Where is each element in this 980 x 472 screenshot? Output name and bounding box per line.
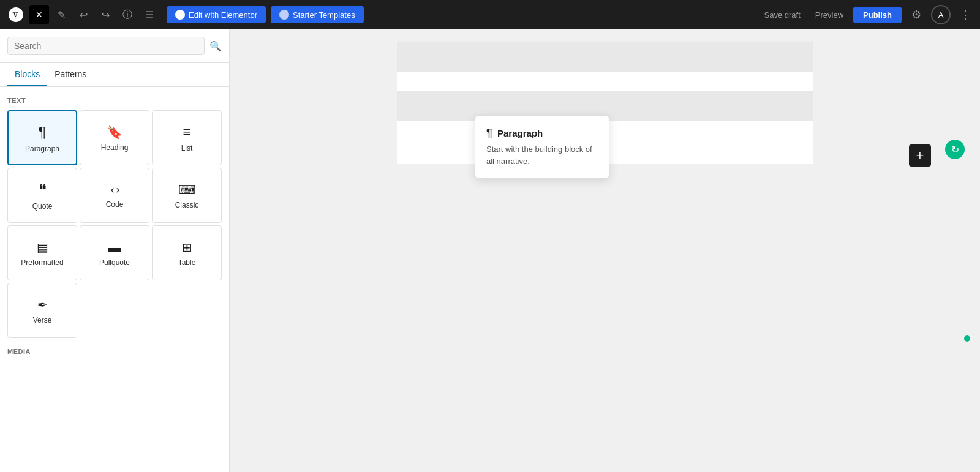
block-item-table[interactable]: ⊞ Table xyxy=(152,225,222,280)
paragraph-icon: ¶ xyxy=(39,125,47,140)
block-item-verse[interactable]: ✒ Verse xyxy=(7,283,77,338)
search-icon[interactable]: 🔍 xyxy=(209,40,222,52)
block-item-code[interactable]: ‹› Code xyxy=(80,168,149,223)
close-icon: ✕ xyxy=(36,10,43,20)
redo-button[interactable]: ↪ xyxy=(96,5,115,24)
canvas: ¶ Paragraph Start with the building bloc… xyxy=(230,29,980,472)
search-bar: 🔍 xyxy=(0,29,229,63)
quote-icon: ❝ xyxy=(39,182,47,197)
close-button[interactable]: ✕ xyxy=(29,5,49,24)
main-layout: 🔍 Blocks Patterns TEXT ¶ Paragraph 🔖 Hea… xyxy=(0,29,980,472)
quote-label: Quote xyxy=(32,202,53,211)
save-draft-button[interactable]: Save draft xyxy=(760,8,805,22)
menu-button[interactable]: ☰ xyxy=(140,5,159,24)
block-list: TEXT ¶ Paragraph 🔖 Heading ≡ List ❝ Quot… xyxy=(0,87,229,472)
avatar-label: A xyxy=(938,10,944,20)
sidebar: 🔍 Blocks Patterns TEXT ¶ Paragraph 🔖 Hea… xyxy=(0,29,230,472)
blocks-grid: ¶ Paragraph 🔖 Heading ≡ List ❝ Quote ‹› xyxy=(7,110,222,338)
publish-button[interactable]: Publish xyxy=(853,7,902,23)
redo-icon: ↪ xyxy=(102,9,110,21)
starter-templates-button[interactable]: Starter Templates xyxy=(271,6,364,23)
gear-icon: ⚙ xyxy=(911,8,921,21)
list-label: List xyxy=(181,144,193,152)
media-section-label: MEDIA xyxy=(7,348,222,355)
verse-icon: ✒ xyxy=(37,299,48,311)
refresh-circle[interactable]: ↻ xyxy=(945,140,965,159)
refresh-icon: ↻ xyxy=(951,144,959,155)
add-block-button[interactable]: + xyxy=(909,144,931,167)
tooltip-description: Start with the building block of all nar… xyxy=(486,143,598,167)
settings-button[interactable]: ⚙ xyxy=(907,5,926,24)
pullquote-icon: ▬ xyxy=(108,241,121,253)
undo-icon: ↩ xyxy=(80,9,88,21)
menu-icon: ☰ xyxy=(145,9,154,21)
edit-elementor-button[interactable]: Edit with Elementor xyxy=(167,6,266,23)
table-icon: ⊞ xyxy=(182,241,192,253)
pencil-button[interactable]: ✎ xyxy=(51,5,71,24)
tooltip-title: ¶ Paragraph xyxy=(486,127,598,140)
list-icon: ≡ xyxy=(183,125,191,139)
classic-icon: ⌨ xyxy=(178,184,196,196)
tabs: Blocks Patterns xyxy=(0,63,229,87)
starter-templates-label: Starter Templates xyxy=(293,10,355,20)
more-icon: ⋮ xyxy=(960,8,971,21)
block-item-quote[interactable]: ❝ Quote xyxy=(7,168,77,223)
search-input[interactable] xyxy=(7,37,205,55)
info-icon: ⓘ xyxy=(123,9,132,21)
heading-label: Heading xyxy=(101,143,129,152)
undo-button[interactable]: ↩ xyxy=(74,5,93,24)
block-tooltip: ¶ Paragraph Start with the building bloc… xyxy=(475,115,609,179)
tooltip-icon: ¶ xyxy=(486,127,492,140)
block-item-list[interactable]: ≡ List xyxy=(152,110,222,165)
canvas-block-2 xyxy=(397,72,813,91)
paragraph-label: Paragraph xyxy=(25,144,59,153)
block-item-heading[interactable]: 🔖 Heading xyxy=(80,110,149,165)
starter-templates-icon xyxy=(279,10,289,20)
tab-blocks[interactable]: Blocks xyxy=(7,63,47,86)
verse-label: Verse xyxy=(33,316,52,324)
add-icon: + xyxy=(916,148,924,163)
block-item-classic[interactable]: ⌨ Classic xyxy=(152,168,222,223)
status-dot xyxy=(964,335,970,342)
elementor-icon xyxy=(175,10,185,20)
table-label: Table xyxy=(178,258,196,267)
pullquote-label: Pullquote xyxy=(99,258,130,267)
preformatted-icon: ▤ xyxy=(37,241,48,253)
block-item-preformatted[interactable]: ▤ Preformatted xyxy=(7,225,77,280)
preformatted-label: Preformatted xyxy=(21,258,63,267)
canvas-block-1 xyxy=(397,42,813,72)
wp-logo[interactable] xyxy=(5,4,27,26)
tooltip-title-text: Paragraph xyxy=(497,128,543,138)
tab-patterns[interactable]: Patterns xyxy=(47,63,94,86)
classic-label: Classic xyxy=(175,201,199,209)
info-button[interactable]: ⓘ xyxy=(118,5,137,24)
code-label: Code xyxy=(106,200,124,209)
text-section-label: TEXT xyxy=(7,97,222,104)
preview-button[interactable]: Preview xyxy=(810,8,848,22)
code-icon: ‹› xyxy=(109,184,120,195)
avatar[interactable]: A xyxy=(931,5,951,24)
more-options-button[interactable]: ⋮ xyxy=(956,5,975,24)
edit-elementor-label: Edit with Elementor xyxy=(189,10,257,20)
block-item-pullquote[interactable]: ▬ Pullquote xyxy=(80,225,149,280)
block-item-paragraph[interactable]: ¶ Paragraph xyxy=(7,110,77,165)
heading-icon: 🔖 xyxy=(107,126,123,138)
topbar: ✕ ✎ ↩ ↪ ⓘ ☰ Edit with Elementor Starter … xyxy=(0,0,980,29)
pencil-icon: ✎ xyxy=(58,9,66,21)
